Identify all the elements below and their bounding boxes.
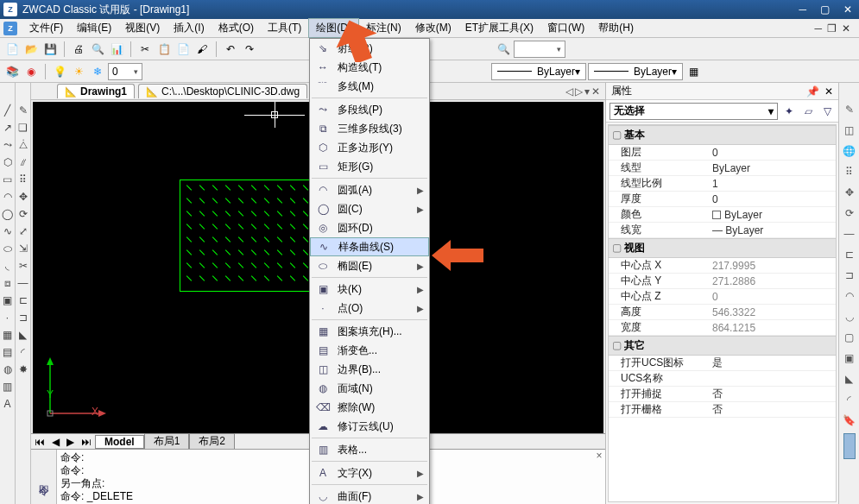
layer-manager-icon[interactable]: 📚 — [3, 63, 21, 80]
menu-item[interactable]: ⬡正多边形(Y) — [310, 138, 429, 157]
menu-item[interactable]: ◫边界(B)... — [310, 360, 429, 379]
doc-tab-drawing1[interactable]: 📐 Drawing1 — [57, 84, 135, 98]
filter-icon[interactable]: ▽ — [819, 104, 835, 119]
print-icon[interactable]: 🖨 — [70, 41, 87, 58]
menu-item[interactable]: ◍面域(N) — [310, 379, 429, 398]
quick-select-icon[interactable]: ✦ — [781, 104, 797, 119]
scroll-icon[interactable] — [843, 433, 856, 459]
menu-item[interactable]: ▦图案填充(H)... — [310, 322, 429, 341]
region-tool-icon[interactable]: ◍ — [1, 362, 15, 376]
mdi-minimize-button[interactable]: ─ — [814, 22, 822, 35]
more1-icon[interactable]: ◠ — [842, 288, 857, 304]
menu-modify[interactable]: 修改(M) — [408, 19, 458, 37]
polygon-tool-icon[interactable]: ⬡ — [1, 155, 15, 169]
menu-tools[interactable]: 工具(T) — [261, 19, 308, 37]
insert-tool-icon[interactable]: ⧈ — [1, 276, 15, 290]
world-icon[interactable]: 🌐 — [842, 143, 857, 159]
layer-prev-icon[interactable]: ◉ — [22, 63, 40, 80]
move-tool-icon[interactable]: ✥ — [16, 190, 30, 204]
palette-icon[interactable]: ⠿ — [842, 164, 857, 180]
chamfer-tool-icon[interactable]: ◣ — [16, 328, 30, 342]
menu-window[interactable]: 窗口(W) — [540, 19, 591, 37]
section-view[interactable]: 视图 — [609, 238, 836, 258]
circle-tool-icon[interactable]: ◯ — [1, 207, 15, 221]
spline-tool-icon[interactable]: ∿ — [1, 224, 15, 238]
table-tool-icon[interactable]: ▥ — [1, 380, 15, 394]
tab-layout2[interactable]: 布局2 — [189, 433, 235, 450]
minimize-button[interactable]: ─ — [795, 3, 810, 16]
panel-close-icon[interactable]: ✕ — [824, 85, 833, 98]
menu-item[interactable]: ▤渐变色... — [310, 341, 429, 360]
select-objects-icon[interactable]: ▱ — [800, 104, 816, 119]
stretch-tool-icon[interactable]: ⇲ — [16, 242, 30, 255]
extend-tool-icon[interactable]: ― — [16, 276, 30, 290]
doc-tab-clinic[interactable]: 📐 C:\...\Desktop\CLINIC-3D.dwg — [138, 84, 307, 98]
paste-icon[interactable]: 📄 — [174, 41, 192, 58]
arc-tool-icon[interactable]: ◠ — [1, 190, 15, 204]
tab-layout1[interactable]: 布局1 — [144, 433, 190, 450]
menu-edit[interactable]: 编辑(E) — [70, 19, 118, 37]
arc2-icon[interactable]: ◜ — [842, 392, 857, 407]
layer-combo[interactable]: 0▾ — [108, 63, 142, 80]
menu-item[interactable]: ◠圆弧(A)▶ — [310, 180, 429, 199]
grip-icon[interactable]: ◫ — [842, 123, 857, 138]
menu-item[interactable]: ⬭椭圆(E)▶ — [310, 256, 429, 275]
lineweight-combo[interactable]: ByLayer ▾ — [588, 63, 683, 80]
pin-icon[interactable]: 📌 — [806, 85, 819, 98]
menu-insert[interactable]: 插入(I) — [167, 19, 211, 37]
menu-item[interactable]: ﹊多线(M) — [310, 77, 429, 96]
app-menu-icon[interactable]: Z — [3, 22, 17, 35]
hatch-tool-icon[interactable]: ▦ — [1, 328, 15, 342]
menu-item[interactable]: ▥表格... — [310, 440, 429, 459]
xline-tool-icon[interactable]: ↗ — [1, 121, 15, 135]
layout-first-icon[interactable]: ⏮ — [31, 436, 48, 448]
menu-item[interactable]: ⤳多段线(P) — [310, 100, 429, 119]
ellipse-tool-icon[interactable]: ⬭ — [1, 242, 15, 255]
publish-icon[interactable]: 📊 — [108, 41, 125, 58]
copy-icon[interactable]: 📋 — [155, 41, 173, 58]
section-basic[interactable]: 基本 — [609, 125, 836, 145]
line-tool-icon[interactable]: ╱ — [1, 104, 15, 117]
freeze-icon[interactable]: ❄ — [89, 63, 106, 80]
menu-item[interactable]: ·点(O)▶ — [310, 299, 429, 318]
fillet-tool-icon[interactable]: ◜ — [16, 345, 30, 359]
menu-et[interactable]: ET扩展工具(X) — [458, 19, 540, 37]
open-icon[interactable]: 📂 — [22, 41, 40, 58]
pencil-icon[interactable]: ✎ — [842, 102, 857, 117]
menu-item[interactable]: ⌫擦除(W) — [310, 398, 429, 417]
menu-item[interactable]: ⧉三维多段线(3) — [310, 119, 429, 138]
light-icon[interactable]: 💡 — [51, 63, 68, 80]
new-icon[interactable]: 📄 — [3, 41, 21, 58]
point-tool-icon[interactable]: · — [1, 311, 15, 324]
menu-item[interactable]: ◯圆(C)▶ — [310, 199, 429, 218]
layout-prev-icon[interactable]: ◀ — [48, 436, 63, 448]
scale-tool-icon[interactable]: ⤢ — [16, 224, 30, 238]
section-other[interactable]: 其它 — [609, 336, 836, 356]
command-handle[interactable]: 即令 — [31, 450, 57, 504]
draft-icon[interactable]: — — [842, 226, 857, 242]
menu-item[interactable]: ▭矩形(G) — [310, 157, 429, 176]
menu-item[interactable]: ▣块(K)▶ — [310, 280, 429, 299]
more2-icon[interactable]: ◡ — [842, 309, 857, 324]
rotate-view-icon[interactable]: ⟳ — [842, 205, 857, 221]
tag-icon[interactable]: 🔖 — [842, 413, 857, 428]
trim-tool-icon[interactable]: ✂ — [16, 259, 30, 273]
cut-icon[interactable]: ✂ — [136, 41, 154, 58]
menu-item[interactable]: ☁修订云线(U) — [310, 417, 429, 436]
offset-tool-icon[interactable]: ⫽ — [16, 155, 30, 169]
tab-scroll-right-icon[interactable]: ▷ — [575, 85, 583, 98]
mdi-restore-button[interactable]: ❐ — [827, 22, 837, 35]
ellipsearc-tool-icon[interactable]: ◟ — [1, 259, 15, 273]
selection-combo[interactable]: 无选择▾ — [610, 103, 778, 120]
copy-tool-icon[interactable]: ❏ — [16, 121, 30, 135]
undo-icon[interactable]: ↶ — [222, 41, 239, 58]
explode-tool-icon[interactable]: ✸ — [16, 362, 30, 376]
mdi-close-button[interactable]: ✕ — [842, 22, 850, 35]
search-combo[interactable]: ▾ — [514, 41, 565, 58]
sun-icon[interactable]: ☀ — [70, 63, 87, 80]
tab-scroll-left-icon[interactable]: ◁ — [565, 85, 573, 98]
menu-item[interactable]: ∿样条曲线(S) — [310, 237, 429, 256]
break-view-icon[interactable]: ⊏ — [842, 247, 857, 262]
close-button[interactable]: ✕ — [840, 3, 856, 16]
pan-icon[interactable]: ✥ — [842, 185, 857, 200]
